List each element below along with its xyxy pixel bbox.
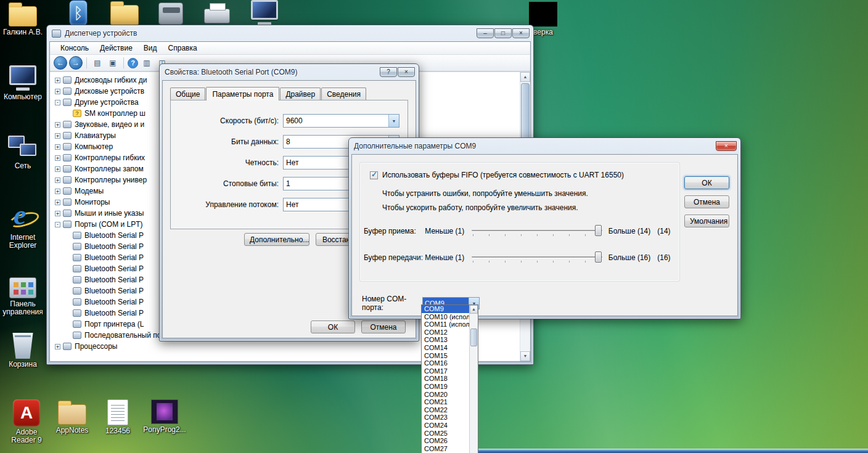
slider-thumb[interactable] [595, 225, 602, 236]
buffer-slider-row: Буфер передачи: Меньше (1) Больше (16) (… [364, 250, 678, 265]
properties-titlebar[interactable]: Свойства: Bluetooth Serial Port (COM9) ?… [160, 64, 419, 80]
back-icon[interactable] [54, 56, 67, 70]
floppy-drive-icon [63, 76, 72, 84]
desktop-icon-appnotes[interactable]: AppNotes [49, 399, 95, 435]
desktop-icon-device[interactable] [148, 0, 194, 27]
expander-icon[interactable]: + [55, 200, 60, 205]
tree-item-label: Порт принтера (L [84, 320, 144, 329]
adobe-reader-icon [13, 399, 40, 426]
cancel-button[interactable]: Отмена [684, 195, 729, 208]
tab[interactable]: Драйвер [280, 88, 321, 100]
maximize-button[interactable]: □ [494, 28, 512, 38]
expander-icon[interactable]: + [55, 122, 60, 128]
expander-icon[interactable]: + [55, 89, 60, 94]
window-title: Диспетчер устройств [65, 29, 472, 38]
cancel-button[interactable]: Отмена [361, 320, 406, 333]
printer-icon [204, 9, 230, 23]
close-button[interactable]: × [398, 67, 415, 77]
slider-max-label: Больше (16) [608, 253, 653, 262]
advanced-button[interactable]: Дополнительно... [244, 233, 309, 246]
scroll-up-icon[interactable] [470, 305, 478, 314]
tab[interactable]: Общие [170, 88, 205, 100]
chevron-down-icon[interactable]: ▼ [388, 115, 399, 127]
tree-item-label: Другие устройства [75, 98, 139, 107]
tree-item-label: Контроллеры запом [75, 165, 144, 173]
desktop-icon-label: верка [533, 28, 553, 36]
folder-icon [110, 5, 139, 25]
slider-track[interactable] [472, 230, 602, 231]
slider-min-label: Меньше (1) [425, 227, 471, 235]
tab[interactable]: Сведения [321, 88, 366, 100]
slider-thumb[interactable] [595, 251, 602, 263]
help-icon[interactable] [128, 58, 138, 68]
expander-icon[interactable]: - [55, 222, 60, 227]
black-window-icon [529, 2, 557, 27]
folder-icon [58, 404, 86, 425]
desktop-icon-computer[interactable]: Компьютер [0, 65, 46, 101]
console-tree-icon[interactable] [91, 57, 104, 69]
desktop-icon-ponyprog[interactable]: PonyProg2... [142, 399, 187, 434]
desktop-icon-recycle-bin[interactable]: Корзина [0, 330, 46, 369]
desktop-icon-adobe-reader[interactable]: Adobe Reader 9 [4, 399, 49, 444]
forward-icon[interactable] [69, 56, 83, 70]
expander-icon[interactable]: + [55, 144, 60, 150]
desktop-icon-network[interactable]: Сеть [0, 134, 46, 170]
desktop-icon-bluetooth[interactable] [55, 0, 101, 28]
desktop-icon-control-panel[interactable]: Панель управления [0, 274, 46, 316]
desktop-icon-123456[interactable]: 123456 [95, 399, 141, 435]
expander-icon[interactable]: + [55, 344, 60, 349]
minimize-button[interactable]: – [477, 28, 494, 38]
scroll-up-icon[interactable] [520, 72, 530, 82]
expander-icon[interactable]: + [55, 189, 60, 194]
properties-icon[interactable] [106, 57, 120, 69]
desktop-icon-printer[interactable] [194, 0, 240, 25]
expander-icon[interactable]: + [55, 133, 60, 139]
ok-button[interactable]: ОК [311, 320, 355, 333]
scrollbar-thumb[interactable] [470, 329, 477, 346]
menu-item[interactable]: Действие [94, 43, 138, 54]
scroll-down-icon[interactable] [520, 351, 530, 361]
port-icon [73, 254, 81, 261]
expander-icon[interactable]: + [55, 78, 60, 83]
expander-icon[interactable]: + [55, 211, 60, 216]
defaults-button[interactable]: Умолчания [684, 214, 729, 227]
close-button[interactable]: × [512, 28, 530, 38]
buffer-slider-row: Буфер приема: Меньше (1) Больше (14) (14… [364, 224, 678, 239]
fifo-checkbox[interactable] [370, 171, 378, 179]
device-manager-titlebar[interactable]: Диспетчер устройств – □ × [47, 25, 533, 41]
desktop-icon-internet-explorer[interactable]: Internet Explorer [0, 203, 46, 250]
desktop-icon-folder-top[interactable] [102, 0, 147, 27]
field-label: Четность: [171, 158, 283, 167]
slider-track[interactable] [472, 256, 602, 258]
close-button[interactable]: × [716, 141, 737, 151]
ok-button[interactable]: ОК [684, 176, 729, 189]
buffer-slider[interactable] [472, 224, 602, 239]
desktop-icon-monitor[interactable] [242, 0, 287, 28]
desktop-icon-label: AppNotes [56, 426, 89, 435]
tree-item-label: Bluetooth Serial P [84, 264, 144, 273]
help-button[interactable]: ? [380, 67, 397, 77]
desktop-icon-label: Компьютер [4, 93, 42, 101]
dropdown-scrollbar[interactable] [469, 305, 478, 453]
buffer-slider[interactable] [472, 250, 602, 265]
unknown-device-icon [73, 110, 81, 117]
desktop-icon-label: Корзина [9, 361, 37, 369]
tab[interactable]: Параметры порта [206, 87, 279, 100]
menu-item[interactable]: Консоль [55, 43, 94, 54]
tab-strip: ОбщиеПараметры портаДрайверСведения [170, 87, 416, 100]
advanced-titlebar[interactable]: Дополнительные параметры COM9 × [349, 138, 740, 154]
desktop-icon-label: 123456 [105, 427, 130, 435]
desktop-icon-user-folder[interactable]: Галкин А.В. [0, 1, 46, 36]
menu-item[interactable]: Справка [163, 43, 203, 54]
expander-icon[interactable]: - [55, 100, 60, 105]
expander-icon[interactable]: + [55, 178, 60, 183]
network-icon [8, 134, 38, 160]
toolbar-separator [123, 57, 124, 68]
expander-icon[interactable]: + [55, 166, 60, 172]
menu-item[interactable]: Вид [138, 43, 163, 54]
slider-value: (16) [657, 253, 678, 262]
scan-hardware-icon[interactable] [140, 57, 154, 69]
port-icon [73, 332, 81, 339]
expander-icon[interactable]: + [55, 155, 60, 161]
field-combo[interactable]: 9600 ▼ [283, 114, 399, 128]
